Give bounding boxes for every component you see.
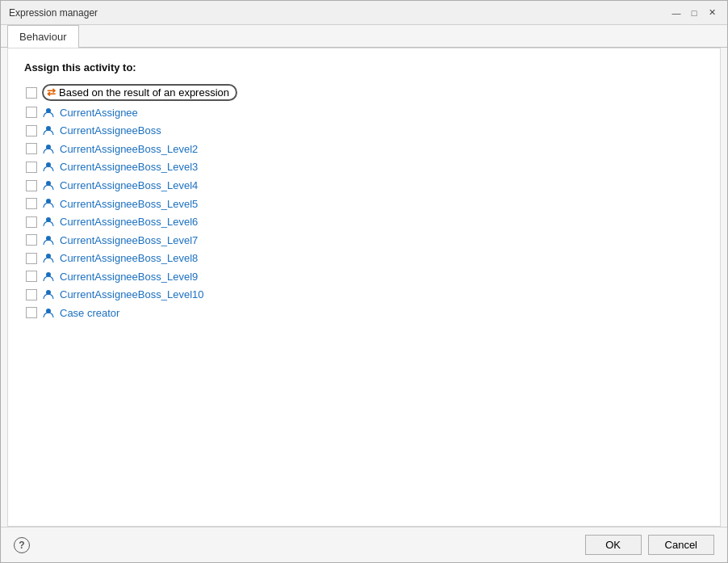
ok-button[interactable]: OK [585, 535, 642, 555]
user-icon [42, 270, 55, 284]
user-icon [42, 197, 55, 211]
list-item-label: CurrentAssigneeBoss_Level3 [60, 161, 198, 173]
list-item[interactable]: CurrentAssigneeBoss_Level10 [24, 286, 704, 305]
dialog-title: Expression manager [9, 7, 98, 19]
expression-checkbox[interactable] [26, 87, 37, 99]
dialog-footer: ? OK Cancel [1, 527, 727, 562]
list-item-checkbox[interactable] [26, 198, 37, 209]
assignee-list: CurrentAssignee CurrentAssigneeBoss Curr… [24, 103, 704, 322]
tab-bar: Behaviour [1, 25, 727, 48]
expression-icon: ⇄ [47, 86, 56, 99]
title-bar-controls: — □ ✕ [669, 6, 719, 20]
list-item[interactable]: Case creator [24, 304, 704, 322]
user-icon [42, 306, 55, 320]
list-item[interactable]: CurrentAssignee [24, 103, 704, 122]
user-icon [42, 142, 55, 156]
user-icon [42, 124, 55, 138]
list-item-label: CurrentAssigneeBoss_Level4 [60, 179, 198, 191]
user-icon [42, 215, 55, 229]
list-item[interactable]: CurrentAssigneeBoss_Level4 [24, 176, 704, 195]
expression-label: Based on the result of an expression [59, 86, 229, 99]
list-item-label: CurrentAssigneeBoss_Level6 [60, 216, 198, 228]
list-item-label: CurrentAssignee [60, 107, 138, 119]
expression-pill[interactable]: ⇄ Based on the result of an expression [42, 84, 237, 101]
cancel-button[interactable]: Cancel [648, 535, 714, 555]
user-icon [42, 288, 55, 302]
list-item[interactable]: CurrentAssigneeBoss_Level2 [24, 140, 704, 158]
expression-row: ⇄ Based on the result of an expression [24, 82, 704, 103]
user-icon [42, 106, 55, 120]
user-icon [42, 161, 55, 174]
list-item-label: CurrentAssigneeBoss_Level2 [60, 143, 198, 155]
list-item-label: Case creator [60, 307, 119, 319]
list-item[interactable]: CurrentAssigneeBoss_Level6 [24, 212, 704, 231]
title-bar: Expression manager — □ ✕ [1, 1, 727, 25]
list-item-label: CurrentAssigneeBoss_Level5 [60, 198, 198, 210]
list-item[interactable]: CurrentAssigneeBoss_Level9 [24, 267, 704, 286]
list-item[interactable]: CurrentAssigneeBoss_Level7 [24, 231, 704, 250]
user-icon [42, 252, 55, 266]
list-item-label: CurrentAssigneeBoss_Level7 [60, 234, 198, 246]
user-icon [42, 179, 55, 192]
section-label: Assign this activity to: [24, 61, 704, 74]
list-item[interactable]: CurrentAssigneeBoss_Level8 [24, 250, 704, 268]
list-item-label: CurrentAssigneeBoss_Level8 [60, 252, 198, 264]
close-button[interactable]: ✕ [705, 6, 719, 20]
list-item-checkbox[interactable] [26, 162, 37, 173]
list-item-label: CurrentAssigneeBoss_Level10 [60, 288, 204, 300]
list-item[interactable]: CurrentAssigneeBoss [24, 122, 704, 141]
footer-buttons: OK Cancel [585, 535, 714, 555]
list-item-checkbox[interactable] [26, 234, 37, 246]
list-item-checkbox[interactable] [26, 180, 37, 191]
footer-left: ? [14, 537, 30, 553]
list-item-checkbox[interactable] [26, 289, 37, 300]
list-item-checkbox[interactable] [26, 253, 37, 264]
minimize-button[interactable]: — [669, 6, 684, 20]
expression-manager-dialog: Expression manager — □ ✕ Behaviour Assig… [0, 0, 728, 563]
list-item-label: CurrentAssigneeBoss [60, 124, 161, 137]
list-item-checkbox[interactable] [26, 143, 37, 154]
tab-behaviour[interactable]: Behaviour [7, 25, 79, 48]
list-item-checkbox[interactable] [26, 107, 37, 118]
list-item-label: CurrentAssigneeBoss_Level9 [60, 271, 198, 283]
list-item[interactable]: CurrentAssigneeBoss_Level5 [24, 195, 704, 213]
help-button[interactable]: ? [14, 537, 30, 553]
maximize-button[interactable]: □ [687, 6, 701, 20]
list-item-checkbox[interactable] [26, 216, 37, 228]
content-area: Assign this activity to: ⇄ Based on the … [7, 48, 721, 527]
list-item[interactable]: CurrentAssigneeBoss_Level3 [24, 158, 704, 177]
list-item-checkbox[interactable] [26, 271, 37, 282]
user-icon [42, 233, 55, 247]
list-item-checkbox[interactable] [26, 125, 37, 137]
list-item-checkbox[interactable] [26, 307, 37, 318]
